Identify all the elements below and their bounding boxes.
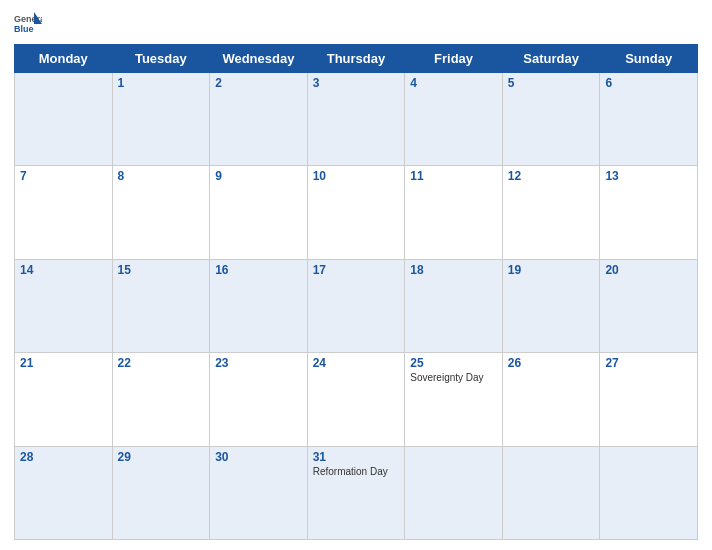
calendar-cell: 28: [15, 446, 113, 539]
calendar-cell: 30: [210, 446, 308, 539]
calendar-week-row: 123456: [15, 73, 698, 166]
calendar-cell: 10: [307, 166, 405, 259]
calendar-page: General Blue MondayTuesdayWednesdayThurs…: [0, 0, 712, 550]
weekday-header-row: MondayTuesdayWednesdayThursdayFridaySatu…: [15, 45, 698, 73]
calendar-cell: 12: [502, 166, 600, 259]
day-number: 18: [410, 263, 497, 277]
calendar-cell: 22: [112, 353, 210, 446]
calendar-header: General Blue: [14, 10, 698, 38]
day-number: 5: [508, 76, 595, 90]
calendar-cell: 9: [210, 166, 308, 259]
day-number: 19: [508, 263, 595, 277]
day-number: 15: [118, 263, 205, 277]
calendar-week-row: 2122232425Sovereignty Day2627: [15, 353, 698, 446]
calendar-week-row: 78910111213: [15, 166, 698, 259]
calendar-cell: 5: [502, 73, 600, 166]
calendar-cell: [15, 73, 113, 166]
weekday-header-wednesday: Wednesday: [210, 45, 308, 73]
day-number: 22: [118, 356, 205, 370]
logo: General Blue: [14, 10, 42, 38]
day-number: 30: [215, 450, 302, 464]
day-number: 13: [605, 169, 692, 183]
day-number: 12: [508, 169, 595, 183]
calendar-cell: 11: [405, 166, 503, 259]
calendar-cell: 8: [112, 166, 210, 259]
day-number: 24: [313, 356, 400, 370]
calendar-cell: 23: [210, 353, 308, 446]
day-number: 9: [215, 169, 302, 183]
day-number: 21: [20, 356, 107, 370]
calendar-cell: 13: [600, 166, 698, 259]
weekday-header-thursday: Thursday: [307, 45, 405, 73]
day-number: 3: [313, 76, 400, 90]
calendar-cell: 17: [307, 259, 405, 352]
calendar-cell: 19: [502, 259, 600, 352]
weekday-header-monday: Monday: [15, 45, 113, 73]
calendar-cell: 16: [210, 259, 308, 352]
day-number: 8: [118, 169, 205, 183]
calendar-cell: 2: [210, 73, 308, 166]
day-number: 14: [20, 263, 107, 277]
day-number: 27: [605, 356, 692, 370]
calendar-cell: [600, 446, 698, 539]
calendar-table: MondayTuesdayWednesdayThursdayFridaySatu…: [14, 44, 698, 540]
calendar-cell: 31Reformation Day: [307, 446, 405, 539]
calendar-cell: 26: [502, 353, 600, 446]
calendar-cell: [502, 446, 600, 539]
day-number: 17: [313, 263, 400, 277]
day-number: 1: [118, 76, 205, 90]
day-number: 11: [410, 169, 497, 183]
day-number: 20: [605, 263, 692, 277]
weekday-header-sunday: Sunday: [600, 45, 698, 73]
day-number: 31: [313, 450, 400, 464]
calendar-week-row: 14151617181920: [15, 259, 698, 352]
day-number: 16: [215, 263, 302, 277]
calendar-cell: [405, 446, 503, 539]
calendar-cell: 21: [15, 353, 113, 446]
calendar-cell: 25Sovereignty Day: [405, 353, 503, 446]
day-number: 28: [20, 450, 107, 464]
holiday-label: Sovereignty Day: [410, 372, 497, 383]
day-number: 4: [410, 76, 497, 90]
day-number: 23: [215, 356, 302, 370]
day-number: 10: [313, 169, 400, 183]
calendar-cell: 4: [405, 73, 503, 166]
calendar-cell: 14: [15, 259, 113, 352]
calendar-cell: 6: [600, 73, 698, 166]
day-number: 29: [118, 450, 205, 464]
weekday-header-tuesday: Tuesday: [112, 45, 210, 73]
logo-icon: General Blue: [14, 10, 42, 38]
day-number: 6: [605, 76, 692, 90]
calendar-cell: 3: [307, 73, 405, 166]
calendar-week-row: 28293031Reformation Day: [15, 446, 698, 539]
day-number: 7: [20, 169, 107, 183]
weekday-header-saturday: Saturday: [502, 45, 600, 73]
calendar-cell: 29: [112, 446, 210, 539]
day-number: 2: [215, 76, 302, 90]
holiday-label: Reformation Day: [313, 466, 400, 477]
weekday-header-friday: Friday: [405, 45, 503, 73]
calendar-cell: 15: [112, 259, 210, 352]
calendar-cell: 27: [600, 353, 698, 446]
svg-text:Blue: Blue: [14, 24, 34, 34]
calendar-cell: 18: [405, 259, 503, 352]
calendar-cell: 20: [600, 259, 698, 352]
calendar-cell: 7: [15, 166, 113, 259]
day-number: 25: [410, 356, 497, 370]
calendar-cell: 1: [112, 73, 210, 166]
calendar-cell: 24: [307, 353, 405, 446]
day-number: 26: [508, 356, 595, 370]
